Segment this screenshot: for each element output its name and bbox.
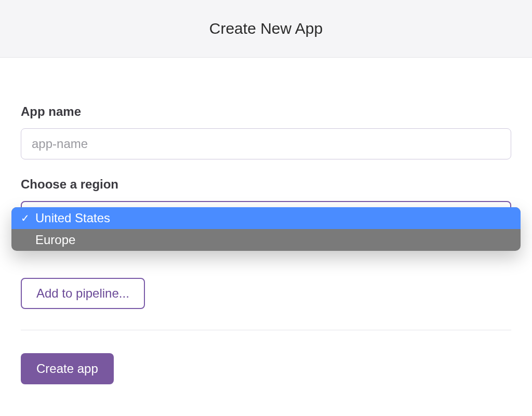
form-area: App name Choose a region ✓ United States… bbox=[0, 58, 532, 384]
region-option-united-states[interactable]: ✓ United States bbox=[11, 207, 521, 229]
region-option-label: United States bbox=[35, 211, 110, 225]
create-app-button[interactable]: Create app bbox=[21, 353, 114, 384]
region-group: Choose a region ✓ United States ✓ Europe bbox=[21, 177, 511, 234]
create-row: Create app bbox=[21, 353, 511, 384]
region-option-europe[interactable]: ✓ Europe bbox=[11, 229, 521, 251]
region-option-label: Europe bbox=[35, 233, 75, 247]
section-divider bbox=[21, 330, 511, 330]
add-to-pipeline-button[interactable]: Add to pipeline... bbox=[21, 278, 145, 309]
region-dropdown: ✓ United States ✓ Europe bbox=[11, 207, 521, 251]
page-title: Create New App bbox=[0, 20, 532, 37]
page-header: Create New App bbox=[0, 0, 532, 58]
app-name-input[interactable] bbox=[21, 128, 511, 159]
app-name-label: App name bbox=[21, 104, 511, 119]
region-select[interactable]: ✓ United States ✓ Europe bbox=[21, 201, 511, 234]
checkmark-icon: ✓ bbox=[18, 212, 32, 224]
region-label: Choose a region bbox=[21, 177, 511, 192]
pipeline-row: Add to pipeline... bbox=[21, 278, 511, 309]
app-name-group: App name bbox=[21, 104, 511, 159]
